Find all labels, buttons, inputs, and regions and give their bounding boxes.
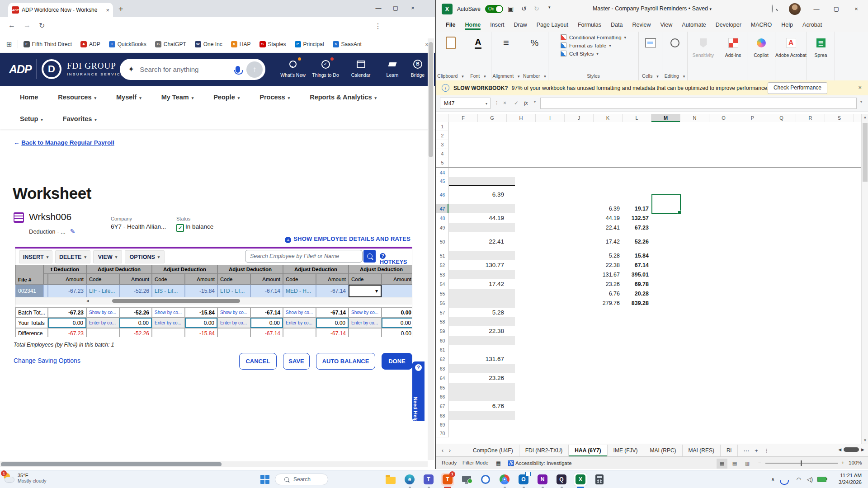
quick-link-calendar[interactable]: Calendar [344,58,377,78]
volume-icon[interactable]: ◁) [807,476,813,483]
column-header-P[interactable]: P [738,114,767,122]
ribbon-tab-draw[interactable]: Draw [514,22,527,28]
sheet-menu-icon[interactable]: ⋮ [764,447,769,454]
zoom-slider-handle[interactable] [801,460,802,466]
sheet-overflow-icon[interactable]: ⋯ [743,447,749,454]
your-total-input[interactable]: 0.00 [185,318,217,328]
adp-search-bar[interactable]: ✦ Search for anything ↑ [120,59,265,80]
column-header-Q[interactable]: Q [767,114,796,122]
excel-maximize-button[interactable]: ▢ [830,3,843,16]
browser-menu-icon[interactable]: ⋮ [374,22,382,30]
employee-search-input[interactable]: Search Employee by File# or Name [245,250,363,263]
nav-item-reports-analytics[interactable]: Reports & Analytics▾ [310,94,377,101]
browser-vertical-scrollbar[interactable] [428,38,434,460]
wifi-icon[interactable]: ◠ [797,476,801,483]
chrome-icon[interactable] [498,473,511,486]
show-by-code-link[interactable]: Show by co... [351,310,378,315]
spreadsheet-grid[interactable]: 123454445466.39476.3919.174844.1944.1913… [436,122,861,444]
column-header-N[interactable]: N [680,114,709,122]
sheet-next-icon[interactable]: › [449,447,451,454]
copilot-ring-icon[interactable] [479,473,492,486]
mic-icon[interactable] [236,66,240,73]
column-header-O[interactable]: O [709,114,738,122]
start-button[interactable] [260,475,270,484]
your-total-input[interactable]: 0.00 [119,318,152,328]
excel-vertical-scrollbar[interactable]: ▲ ▼ [861,114,868,444]
show-employee-details-link[interactable]: +SHOW EMPLOYEE DETAILS AND RATES [285,235,410,243]
excel-icon[interactable]: X [574,473,587,486]
forward-icon[interactable]: → [24,21,31,29]
save-button[interactable]: SAVE [283,353,310,370]
browser-horizontal-scrollbar[interactable] [0,461,428,467]
cancel-entry-icon[interactable]: × [503,100,506,106]
browser-minimize-button[interactable]: — [372,2,385,15]
row-header-54[interactable]: 54 [436,279,449,289]
row-header-52[interactable]: 52 [436,260,449,270]
edge-icon[interactable]: e [403,473,416,486]
new-tab-button[interactable]: + [118,5,123,14]
row-header-45[interactable]: 45 [436,177,449,185]
options-button[interactable]: OPTIONS▾ [125,250,165,263]
ribbon-tab-automate[interactable]: Automate [682,22,706,28]
view-button[interactable]: VIEW▾ [93,250,122,263]
sheet-tab-mai-res-[interactable]: MAI (RES) [683,445,721,457]
outlook-icon[interactable]: O [517,473,530,486]
sheet-tab-fdi-nr2-txu-[interactable]: FDI (NR2-TXU) [519,445,569,457]
bookmark-item[interactable]: GChatGPT [155,41,186,47]
show-by-code-link[interactable]: Show by co... [89,310,116,315]
normal-view-icon[interactable]: ▦ [717,459,727,469]
row-header-65[interactable]: 65 [436,383,449,392]
nav-item-resources[interactable]: Resources▾ [58,94,96,101]
auto-balance-button[interactable]: AUTO BALANCE [316,353,375,370]
delete-button[interactable]: DELETE▾ [55,250,90,263]
formula-input[interactable] [540,98,857,109]
selected-cell-M47[interactable] [651,194,681,214]
ribbon-tab-macro[interactable]: MACRO [751,22,772,28]
user-avatar[interactable] [789,3,801,15]
enter-by-code-link[interactable]: Enter by co... [89,320,116,325]
row-header-56[interactable]: 56 [436,298,449,308]
ribbon-tab-home[interactable]: Home [465,22,481,30]
teams-icon[interactable]: T [422,473,435,486]
row-header-57[interactable]: 57 [436,308,449,317]
row-header-2[interactable]: 2 [436,131,449,140]
row-header-1[interactable]: 1 [436,122,449,131]
cancel-button[interactable]: CANCEL [239,353,277,370]
browser-close-button[interactable]: × [406,2,420,15]
column-header-M[interactable]: M [651,114,680,122]
edit-pencil-icon[interactable]: ✎ [70,228,75,235]
more-icon[interactable]: ⋮ [494,100,500,106]
subnav-item-favorites[interactable]: Favorites▾ [63,115,97,122]
row-header-46[interactable]: 46 [436,185,449,204]
browser-tab[interactable]: ADP ADP Workforce Now - Workshe × [8,3,113,17]
row-header-51[interactable]: 51 [436,251,449,260]
page-layout-view-icon[interactable]: ▤ [729,459,740,469]
search-icon[interactable] [772,5,773,12]
your-total-input[interactable]: 0.00 [382,318,412,328]
row-header-68[interactable]: 68 [436,411,449,420]
row-header-5[interactable]: 5 [436,158,449,167]
name-box[interactable]: M47▾ [440,98,491,109]
battery-icon[interactable] [817,477,826,482]
row-header-4[interactable]: 4 [436,149,449,158]
nav-item-people[interactable]: People▾ [213,94,240,101]
enter-by-code-link[interactable]: Enter by co... [286,320,312,325]
quick-link-things-to-do[interactable]: ✓Things to Do [309,58,342,78]
ribbon-tab-view[interactable]: View [660,22,672,28]
sheet-tab-ime-fjv-[interactable]: IME (FJV) [608,445,644,457]
tab-close-icon[interactable]: × [106,7,109,14]
back-to-payroll-link[interactable]: ← Back to Manage Regular Payroll [14,139,114,146]
bookmark-item[interactable]: WOne Inc [195,41,222,47]
search-submit-icon[interactable]: ↑ [246,61,263,78]
browser-maximize-button[interactable]: ▢ [389,2,402,15]
page-break-view-icon[interactable]: ▥ [742,459,753,469]
bookmark-item[interactable]: hHAP [231,41,251,47]
ribbon-tab-data[interactable]: Data [611,22,623,28]
hotkeys-link[interactable]: ?HOTKEYS [380,253,412,265]
scroll-down-icon[interactable]: ▼ [862,438,868,442]
need-help-tab[interactable]: ? Need Help? [412,361,425,421]
row-header-67[interactable]: 67 [436,401,449,411]
scroll-left-icon[interactable]: ◀ [838,447,841,452]
confirm-entry-icon[interactable]: ✓ [514,100,519,106]
done-button[interactable]: DONE [382,353,412,370]
